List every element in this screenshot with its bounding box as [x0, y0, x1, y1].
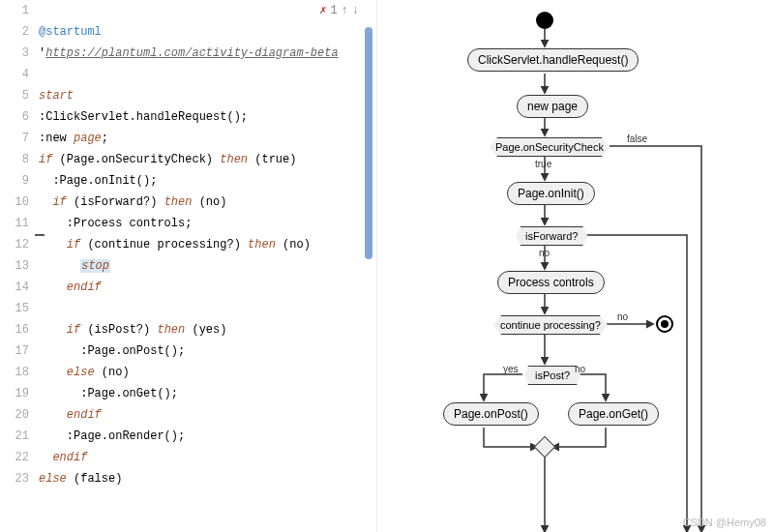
line-number: 6	[0, 106, 29, 128]
code-line[interactable]: endif	[39, 277, 376, 298]
merge-node	[534, 436, 556, 458]
label-false: false	[627, 133, 647, 144]
line-number: 15	[0, 298, 29, 319]
code-line[interactable]: endif	[39, 447, 376, 468]
code-line[interactable]: :Process controls;	[39, 213, 376, 234]
code-line[interactable]: endif	[39, 404, 376, 426]
node-process-controls: Process controls	[497, 271, 605, 294]
prev-error-icon[interactable]: ↑	[342, 4, 348, 17]
label-yes: yes	[503, 364, 519, 374]
code-line[interactable]: start	[39, 85, 376, 106]
line-number: 9	[0, 170, 29, 192]
code-line[interactable]: :Page.onPost();	[39, 340, 376, 362]
code-line[interactable]	[39, 64, 376, 85]
line-number: 10	[0, 192, 29, 213]
line-number: 20	[0, 404, 29, 426]
line-number: 11	[0, 213, 29, 234]
node-new-page: new page	[517, 95, 588, 118]
scrollbar[interactable]	[365, 0, 372, 532]
fold-marker[interactable]	[35, 234, 45, 236]
inspection-markers[interactable]: ✗ 1 ↑ ↓	[319, 3, 359, 17]
code-line[interactable]: if (continue processing?) then (no)	[39, 234, 376, 255]
watermark: CSDN @Hemy08	[683, 517, 766, 528]
label-no-3: no	[575, 364, 585, 374]
code-line[interactable]: if (isForward?) then (no)	[39, 192, 376, 213]
line-number: 22	[0, 447, 29, 468]
error-count: 1	[330, 4, 337, 17]
code-editor[interactable]: 1234567891011121314151617181920212223 @s…	[0, 0, 377, 532]
line-number: 5	[0, 85, 29, 106]
node-handle-request: ClickServlet.handleRequest()	[467, 48, 639, 72]
node-continue-processing: continue processing?	[486, 315, 615, 335]
line-number: 4	[0, 64, 29, 85]
node-security-check: Page.onSecurityCheck	[481, 137, 618, 157]
line-number: 16	[0, 319, 29, 340]
label-true: true	[535, 159, 551, 169]
line-gutter: 1234567891011121314151617181920212223	[0, 0, 39, 532]
code-line[interactable]: :ClickServlet.handleRequest();	[39, 106, 376, 128]
code-line[interactable]: :new page;	[39, 128, 376, 149]
end-node	[656, 315, 673, 333]
node-onpost: Page.onPost()	[443, 402, 539, 426]
line-number: 21	[0, 426, 29, 447]
line-number: 17	[0, 340, 29, 362]
node-isforward: isForward?	[511, 226, 592, 246]
code-line[interactable]: if (isPost?) then (yes)	[39, 319, 376, 340]
start-node	[536, 12, 553, 29]
line-number: 3	[0, 43, 29, 64]
line-number: 23	[0, 468, 29, 489]
code-line[interactable]: :Page.onGet();	[39, 383, 376, 404]
line-number: 19	[0, 383, 29, 404]
line-number: 2	[0, 21, 29, 43]
diagram-panel: ClickServlet.handleRequest() new page Pa…	[377, 0, 774, 532]
code-lines[interactable]: @startuml'https://plantuml.com/activity-…	[39, 0, 376, 532]
scroll-thumb[interactable]	[365, 27, 372, 259]
next-error-icon[interactable]: ↓	[352, 4, 359, 17]
line-number: 7	[0, 128, 29, 149]
node-onget: Page.onGet()	[568, 402, 659, 426]
line-number: 1	[0, 0, 29, 21]
diagram-arrows	[377, 0, 774, 532]
line-number: 13	[0, 255, 29, 277]
label-no-1: no	[539, 248, 550, 258]
code-line[interactable]: else (false)	[39, 468, 376, 489]
line-number: 8	[0, 149, 29, 170]
code-line[interactable]	[39, 298, 376, 319]
node-oninit: Page.onInit()	[507, 182, 595, 205]
code-line[interactable]: :Page.onRender();	[39, 426, 376, 447]
line-number: 14	[0, 277, 29, 298]
label-no-2: no	[617, 311, 628, 322]
code-line[interactable]: else (no)	[39, 362, 376, 383]
line-number: 18	[0, 362, 29, 383]
error-icon[interactable]: ✗	[319, 3, 326, 17]
code-line[interactable]: if (Page.onSecurityCheck) then (true)	[39, 149, 376, 170]
code-line[interactable]: 'https://plantuml.com/activity-diagram-b…	[39, 43, 376, 64]
code-line[interactable]: :Page.onInit();	[39, 170, 376, 192]
line-number: 12	[0, 234, 29, 255]
code-line[interactable]: @startuml	[39, 21, 376, 43]
code-line[interactable]: stop	[39, 255, 376, 277]
